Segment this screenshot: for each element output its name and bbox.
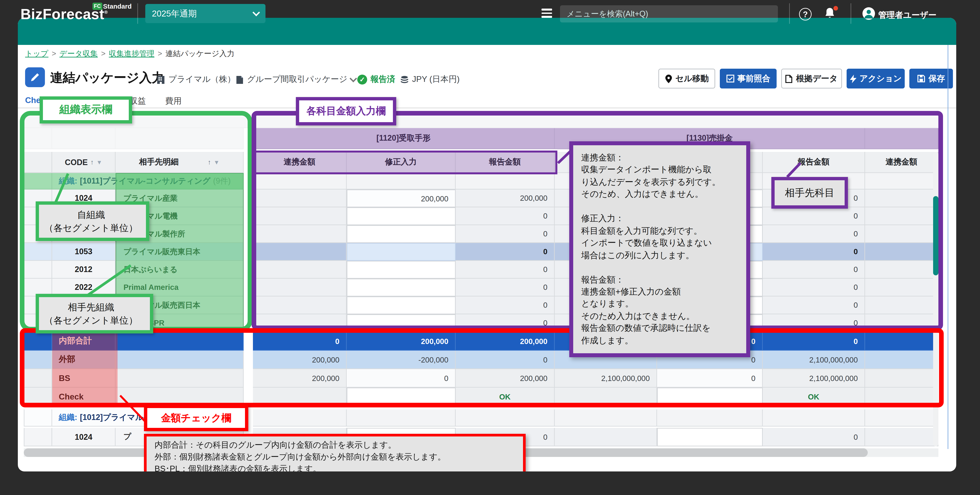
- cell-link-amount: [253, 207, 347, 225]
- page-title: 連結パッケージ入力: [50, 69, 164, 86]
- currency-text: JPY (日本円): [412, 74, 460, 85]
- menu-search-input[interactable]: メニューを検索(Alt+Q): [560, 5, 778, 22]
- save-button[interactable]: 保存: [909, 68, 953, 89]
- code-column-header[interactable]: CODE ↑ ▼: [52, 152, 116, 173]
- breadcrumb-separator: >: [52, 49, 56, 57]
- summary-row-check: Check OK OK: [24, 388, 939, 406]
- cell-mod-input[interactable]: [347, 207, 456, 225]
- summary-label: Check: [52, 388, 116, 406]
- cell-mod-input[interactable]: [347, 296, 456, 314]
- tab-divider: [18, 108, 956, 108]
- table-spacer-row: [24, 116, 939, 128]
- pre-check-label: 事前照合: [737, 73, 770, 84]
- filter-icon[interactable]: ▼: [96, 159, 102, 166]
- breadcrumb-current: 連結パッケージ入力: [165, 49, 235, 57]
- summary-label: 内部合計: [52, 332, 116, 351]
- breadcrumb-progress[interactable]: 収集進捗管理: [109, 49, 154, 57]
- company-name: プライマル（株）: [169, 74, 235, 85]
- cell-report-amount: 0: [456, 314, 555, 332]
- check-result: OK: [456, 388, 555, 406]
- user-name[interactable]: 管理者ユーザー: [878, 10, 936, 21]
- summary-label: 外部: [52, 351, 116, 369]
- cell-mod-input[interactable]: [347, 279, 456, 296]
- hamburger-menu-icon[interactable]: [541, 9, 552, 18]
- standard-badge: Standard: [103, 3, 132, 10]
- evidence-doc-icon: [786, 75, 793, 83]
- cell-link-amount: [253, 225, 347, 243]
- column-header-row: CODE ↑ ▼ 相手先明細 ↑ ▼ 連携金額 修正入力 報告金額 連携金額 修…: [24, 152, 939, 173]
- status-badge: ✓ 報告済: [357, 74, 395, 85]
- cell-report-amount: 200,000: [456, 189, 555, 207]
- cell-mod-input[interactable]: [347, 243, 456, 261]
- table-row: プライマル製作所 0 0: [24, 225, 939, 243]
- user-avatar-icon[interactable]: [862, 7, 875, 20]
- note-line: 外部：個別財務諸表金額とグループ向け金額から外部向け金額を表示します。: [154, 452, 515, 463]
- table-row-selected: 1053 プライマル販売東日本 0 0: [24, 243, 939, 261]
- cell-mod-input[interactable]: 200,000: [347, 189, 456, 207]
- package-selector[interactable]: グループ間取引パッケージ: [236, 74, 356, 85]
- app-stage: BizForecast® FC Standard 2025年通期 メニューを検索…: [0, 0, 980, 495]
- sort-asc-icon[interactable]: ↑: [91, 159, 94, 166]
- cell-link-amount: [253, 296, 347, 314]
- notification-dot: [834, 6, 838, 11]
- action-button[interactable]: アクション: [846, 68, 905, 89]
- group-1011-label: 組織: [1011]プライマル-コンサルティング (9件): [52, 173, 244, 189]
- cell-report-amount: 0: [763, 225, 865, 243]
- annotation-label-partner-org: 相手先組織 （各セグメント単位）: [36, 294, 153, 333]
- help-icon[interactable]: ?: [799, 8, 811, 21]
- status-text: 報告済: [371, 74, 395, 85]
- save-icon: [917, 75, 925, 83]
- annotation-label-self-org: 自組織 （各セグメント単位）: [36, 201, 149, 241]
- cell-mod-input[interactable]: [347, 225, 456, 243]
- chevron-down-icon: [350, 75, 357, 82]
- subheader-mod-1120: 修正入力: [347, 152, 456, 173]
- package-name: グループ間取引パッケージ: [247, 74, 347, 85]
- table-row: 2012 日本ぷらいまる 0 0: [24, 261, 939, 279]
- coins-icon: [400, 75, 409, 84]
- pencil-icon: [25, 67, 45, 87]
- subheader-rep-1130: 報告金額: [763, 152, 865, 173]
- document-icon: [236, 75, 244, 84]
- cell-report-amount: 0: [456, 261, 555, 279]
- table-row: 2022 Primal America 0 0: [24, 279, 939, 296]
- sort-asc-icon[interactable]: ↑: [208, 159, 211, 166]
- subheader-link-1120: 連携金額: [253, 152, 347, 173]
- subheader-link-next: 連携金額: [865, 152, 939, 173]
- partner-column-header[interactable]: 相手先明細 ↑ ▼: [116, 152, 244, 173]
- cell-link-amount: [253, 261, 347, 279]
- topbar-divider: [789, 3, 790, 24]
- evidence-data-label: 根拠データ: [796, 73, 838, 84]
- cell-move-button[interactable]: セル移動: [659, 68, 715, 89]
- cell-report-amount: 0: [763, 314, 865, 332]
- table-row: プライマル販売西日本 0 0: [24, 296, 939, 314]
- pre-check-button[interactable]: 事前照合: [720, 68, 776, 89]
- cell-link-amount: [253, 314, 347, 332]
- lightning-icon: [850, 75, 856, 83]
- vertical-scrollbar-thumb[interactable]: [933, 196, 939, 275]
- cell-report-amount: 0: [456, 296, 555, 314]
- cell-mod-input[interactable]: [347, 261, 456, 279]
- building-icon: [156, 75, 165, 84]
- cell-mod-input[interactable]: [657, 428, 763, 446]
- account-header-row: [1120]受取手形 [1130]売掛金: [24, 128, 939, 149]
- collate-icon: [726, 75, 734, 83]
- tab-expense[interactable]: 費用: [165, 96, 181, 107]
- annotation-label-partner-account: 相手先科目: [771, 177, 848, 209]
- annotation-label-organization: 組織表示欄: [40, 96, 132, 124]
- registered-mark: ®: [104, 10, 108, 14]
- code-header-label: CODE: [65, 158, 88, 167]
- cell-link-amount: [253, 243, 347, 261]
- filter-icon[interactable]: ▼: [214, 159, 220, 166]
- row-partner-name: 日本ぷらいまる: [116, 261, 244, 279]
- cell-mod-input[interactable]: [347, 314, 456, 332]
- breadcrumb-data-collection[interactable]: データ収集: [59, 49, 98, 57]
- period-select[interactable]: 2025年通期: [145, 4, 266, 23]
- evidence-data-button[interactable]: 根拠データ: [781, 68, 842, 89]
- summary-row-internal-total: 内部合計 0 200,000 200,000 0 0: [24, 332, 939, 351]
- table-row: 2042 Primal SPR 0 0: [24, 314, 939, 332]
- note-line: 内部合計：その科目のグループ内向け金額の合計を表示します。: [154, 440, 515, 451]
- cell-report-amount: 0: [763, 296, 865, 314]
- breadcrumb-top[interactable]: トップ: [25, 49, 48, 57]
- summary-row-bs: BS 200,000 0 200,000 2,100,000,000 0 2,1…: [24, 369, 939, 388]
- cell-report-amount: 0: [456, 243, 555, 261]
